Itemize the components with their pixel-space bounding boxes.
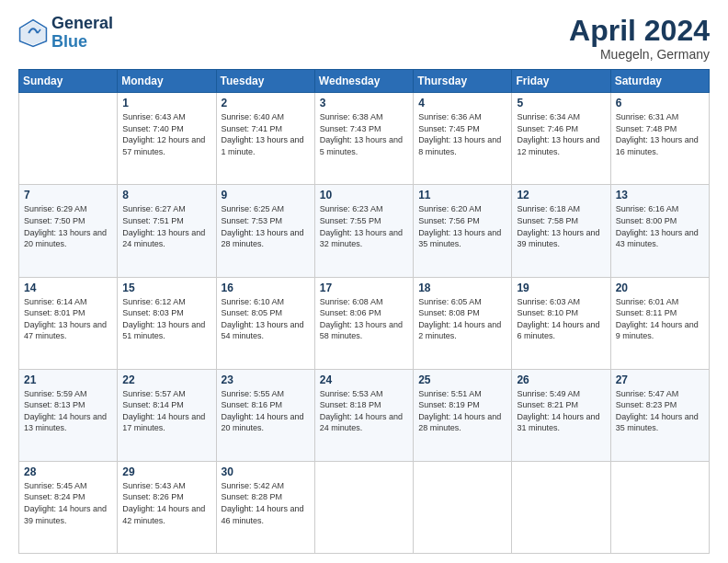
calendar-cell: 23Sunrise: 5:55 AM Sunset: 8:16 PM Dayli…: [216, 369, 314, 461]
calendar-cell: 29Sunrise: 5:43 AM Sunset: 8:26 PM Dayli…: [118, 461, 216, 553]
calendar-cell: [414, 461, 512, 553]
day-info: Sunrise: 5:53 AM Sunset: 8:18 PM Dayligh…: [320, 388, 408, 434]
day-number: 17: [320, 282, 408, 294]
day-number: 10: [320, 189, 408, 201]
calendar-header-row: Sunday Monday Tuesday Wednesday Thursday…: [19, 70, 710, 93]
day-number: 27: [616, 373, 704, 386]
day-number: 28: [24, 465, 112, 478]
day-info: Sunrise: 6:03 AM Sunset: 8:10 PM Dayligh…: [517, 296, 605, 342]
calendar-cell: 12Sunrise: 6:18 AM Sunset: 7:58 PM Dayli…: [512, 185, 610, 277]
day-info: Sunrise: 6:10 AM Sunset: 8:05 PM Dayligh…: [222, 296, 310, 342]
calendar-cell: [512, 461, 610, 553]
calendar-cell: 8Sunrise: 6:27 AM Sunset: 7:51 PM Daylig…: [118, 185, 216, 277]
day-number: 21: [24, 373, 112, 386]
col-saturday: Saturday: [610, 70, 709, 93]
calendar-cell: 13Sunrise: 6:16 AM Sunset: 8:00 PM Dayli…: [610, 185, 709, 277]
day-info: Sunrise: 6:25 AM Sunset: 7:53 PM Dayligh…: [222, 203, 310, 249]
day-number: 2: [222, 97, 310, 109]
day-number: 22: [122, 373, 210, 386]
day-info: Sunrise: 5:47 AM Sunset: 8:23 PM Dayligh…: [616, 388, 704, 434]
day-info: Sunrise: 5:43 AM Sunset: 8:26 PM Dayligh…: [122, 480, 210, 526]
header: General Blue April 2024 Muegeln, Germany: [18, 15, 710, 62]
calendar-week-2: 7Sunrise: 6:29 AM Sunset: 7:50 PM Daylig…: [19, 185, 710, 277]
calendar-cell: [19, 93, 118, 185]
calendar-cell: 30Sunrise: 5:42 AM Sunset: 8:28 PM Dayli…: [216, 461, 314, 553]
day-number: 13: [616, 189, 704, 201]
day-number: 30: [222, 465, 310, 478]
day-number: 3: [320, 97, 408, 109]
day-info: Sunrise: 6:20 AM Sunset: 7:56 PM Dayligh…: [418, 203, 506, 249]
day-info: Sunrise: 6:29 AM Sunset: 7:50 PM Dayligh…: [24, 203, 112, 249]
day-number: 6: [616, 97, 704, 109]
main-title: April 2024: [569, 15, 710, 47]
calendar-cell: 4Sunrise: 6:36 AM Sunset: 7:45 PM Daylig…: [414, 93, 512, 185]
logo: General Blue: [18, 15, 113, 52]
day-number: 7: [24, 189, 112, 201]
day-number: 5: [517, 97, 605, 109]
calendar-cell: 22Sunrise: 5:57 AM Sunset: 8:14 PM Dayli…: [118, 369, 216, 461]
calendar-cell: 11Sunrise: 6:20 AM Sunset: 7:56 PM Dayli…: [414, 185, 512, 277]
calendar-cell: 15Sunrise: 6:12 AM Sunset: 8:03 PM Dayli…: [118, 277, 216, 369]
day-info: Sunrise: 5:45 AM Sunset: 8:24 PM Dayligh…: [24, 480, 112, 526]
day-info: Sunrise: 6:14 AM Sunset: 8:01 PM Dayligh…: [24, 296, 112, 342]
calendar-cell: 24Sunrise: 5:53 AM Sunset: 8:18 PM Dayli…: [314, 369, 413, 461]
day-info: Sunrise: 6:27 AM Sunset: 7:51 PM Dayligh…: [122, 203, 210, 249]
calendar-cell: 20Sunrise: 6:01 AM Sunset: 8:11 PM Dayli…: [610, 277, 709, 369]
logo-text: General Blue: [51, 15, 113, 52]
page: General Blue April 2024 Muegeln, Germany…: [0, 0, 728, 563]
day-info: Sunrise: 6:34 AM Sunset: 7:46 PM Dayligh…: [517, 111, 605, 157]
calendar-cell: 25Sunrise: 5:51 AM Sunset: 8:19 PM Dayli…: [414, 369, 512, 461]
calendar-table: Sunday Monday Tuesday Wednesday Thursday…: [18, 69, 710, 554]
col-tuesday: Tuesday: [216, 70, 314, 93]
day-info: Sunrise: 5:57 AM Sunset: 8:14 PM Dayligh…: [122, 388, 210, 434]
calendar-week-3: 14Sunrise: 6:14 AM Sunset: 8:01 PM Dayli…: [19, 277, 710, 369]
calendar-cell: [610, 461, 709, 553]
day-number: 16: [222, 282, 310, 294]
day-number: 24: [320, 373, 408, 386]
calendar-cell: 3Sunrise: 6:38 AM Sunset: 7:43 PM Daylig…: [314, 93, 413, 185]
day-info: Sunrise: 5:42 AM Sunset: 8:28 PM Dayligh…: [222, 480, 310, 526]
day-number: 1: [122, 97, 210, 109]
day-number: 19: [517, 282, 605, 294]
day-info: Sunrise: 6:01 AM Sunset: 8:11 PM Dayligh…: [616, 296, 704, 342]
calendar-week-5: 28Sunrise: 5:45 AM Sunset: 8:24 PM Dayli…: [19, 461, 710, 553]
day-number: 15: [122, 282, 210, 294]
day-info: Sunrise: 5:55 AM Sunset: 8:16 PM Dayligh…: [222, 388, 310, 434]
day-info: Sunrise: 6:05 AM Sunset: 8:08 PM Dayligh…: [418, 296, 506, 342]
calendar-cell: 17Sunrise: 6:08 AM Sunset: 8:06 PM Dayli…: [314, 277, 413, 369]
calendar-cell: 10Sunrise: 6:23 AM Sunset: 7:55 PM Dayli…: [314, 185, 413, 277]
calendar-cell: 28Sunrise: 5:45 AM Sunset: 8:24 PM Dayli…: [19, 461, 118, 553]
logo-icon: [18, 18, 48, 48]
calendar-cell: 19Sunrise: 6:03 AM Sunset: 8:10 PM Dayli…: [512, 277, 610, 369]
subtitle: Muegeln, Germany: [569, 47, 710, 62]
calendar-cell: 16Sunrise: 6:10 AM Sunset: 8:05 PM Dayli…: [216, 277, 314, 369]
calendar-cell: 26Sunrise: 5:49 AM Sunset: 8:21 PM Dayli…: [512, 369, 610, 461]
calendar-cell: 14Sunrise: 6:14 AM Sunset: 8:01 PM Dayli…: [19, 277, 118, 369]
calendar-cell: 7Sunrise: 6:29 AM Sunset: 7:50 PM Daylig…: [19, 185, 118, 277]
day-number: 18: [418, 282, 506, 294]
day-info: Sunrise: 6:16 AM Sunset: 8:00 PM Dayligh…: [616, 203, 704, 249]
col-sunday: Sunday: [19, 70, 118, 93]
day-number: 20: [616, 282, 704, 294]
calendar-week-4: 21Sunrise: 5:59 AM Sunset: 8:13 PM Dayli…: [19, 369, 710, 461]
calendar-week-1: 1Sunrise: 6:43 AM Sunset: 7:40 PM Daylig…: [19, 93, 710, 185]
calendar-cell: [314, 461, 413, 553]
day-info: Sunrise: 6:18 AM Sunset: 7:58 PM Dayligh…: [517, 203, 605, 249]
day-info: Sunrise: 5:59 AM Sunset: 8:13 PM Dayligh…: [24, 388, 112, 434]
calendar-cell: 1Sunrise: 6:43 AM Sunset: 7:40 PM Daylig…: [118, 93, 216, 185]
day-info: Sunrise: 5:51 AM Sunset: 8:19 PM Dayligh…: [418, 388, 506, 434]
calendar-cell: 6Sunrise: 6:31 AM Sunset: 7:48 PM Daylig…: [610, 93, 709, 185]
day-number: 12: [517, 189, 605, 201]
calendar-cell: 21Sunrise: 5:59 AM Sunset: 8:13 PM Dayli…: [19, 369, 118, 461]
col-monday: Monday: [118, 70, 216, 93]
day-number: 14: [24, 282, 112, 294]
col-wednesday: Wednesday: [314, 70, 413, 93]
day-info: Sunrise: 6:08 AM Sunset: 8:06 PM Dayligh…: [320, 296, 408, 342]
day-number: 26: [517, 373, 605, 386]
day-info: Sunrise: 6:36 AM Sunset: 7:45 PM Dayligh…: [418, 111, 506, 157]
day-number: 25: [418, 373, 506, 386]
day-number: 9: [222, 189, 310, 201]
calendar-cell: 18Sunrise: 6:05 AM Sunset: 8:08 PM Dayli…: [414, 277, 512, 369]
calendar-cell: 5Sunrise: 6:34 AM Sunset: 7:46 PM Daylig…: [512, 93, 610, 185]
day-info: Sunrise: 6:38 AM Sunset: 7:43 PM Dayligh…: [320, 111, 408, 157]
